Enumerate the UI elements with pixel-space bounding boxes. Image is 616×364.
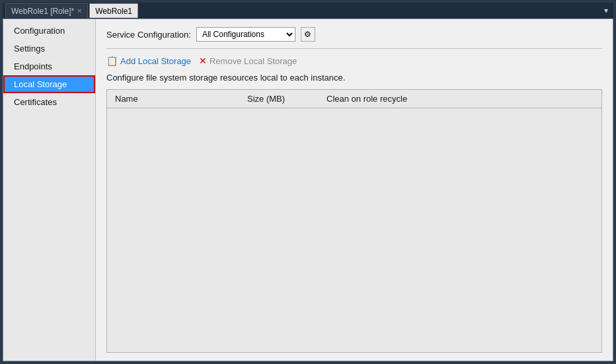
add-icon: 📋 [106,55,118,66]
remove-icon: ✕ [199,55,207,66]
tab-dropdown[interactable]: ▾ [601,6,611,15]
sidebar-item-certificates[interactable]: Certificates [3,93,95,111]
column-header-name: Name [107,92,239,105]
outer-container: WebRole1 [Role]* ✕ WebRole1 ▾ Configurat… [0,0,616,364]
service-config-label: Service Configuration: [106,30,191,40]
tab-webrole1[interactable]: WebRole1 [89,3,138,18]
content-area: Service Configuration: All Configuration… [96,19,613,361]
service-config-row: Service Configuration: All Configuration… [106,27,602,49]
tab-webrole1-role[interactable]: WebRole1 [Role]* ✕ [5,3,88,18]
table-header: Name Size (MB) Clean on role recycle [107,90,601,108]
config-icon-button[interactable]: ⚙ [301,27,315,42]
main-area: Configuration Settings Endpoints Local S… [3,18,613,361]
description-text: Configure file system storage resources … [106,73,602,83]
add-local-storage-label: Add Local Storage [120,56,191,66]
local-storage-table: Name Size (MB) Clean on role recycle [106,89,602,353]
sidebar-item-configuration[interactable]: Configuration [3,22,95,40]
sidebar-item-endpoints[interactable]: Endpoints [3,57,95,75]
sidebar-item-settings[interactable]: Settings [3,40,95,57]
column-header-size: Size (MB) [239,92,319,105]
table-body [107,108,601,352]
settings-icon: ⚙ [304,30,311,39]
column-header-clean: Clean on role recycle [319,92,601,105]
remove-local-storage-label: Remove Local Storage [210,56,297,66]
remove-local-storage-button[interactable]: ✕ Remove Local Storage [199,55,297,66]
tab-webrole1-role-close[interactable]: ✕ [77,7,82,15]
tab-webrole1-role-label: WebRole1 [Role]* [11,7,74,16]
tab-webrole1-label: WebRole1 [95,7,132,16]
toolbar-row: 📋 Add Local Storage ✕ Remove Local Stora… [106,55,602,66]
sidebar-item-local-storage[interactable]: Local Storage [3,75,95,93]
service-config-select[interactable]: All Configurations Cloud Local [196,27,295,42]
sidebar: Configuration Settings Endpoints Local S… [3,19,96,361]
title-bar: WebRole1 [Role]* ✕ WebRole1 ▾ [3,3,613,18]
add-local-storage-button[interactable]: 📋 Add Local Storage [106,55,191,66]
